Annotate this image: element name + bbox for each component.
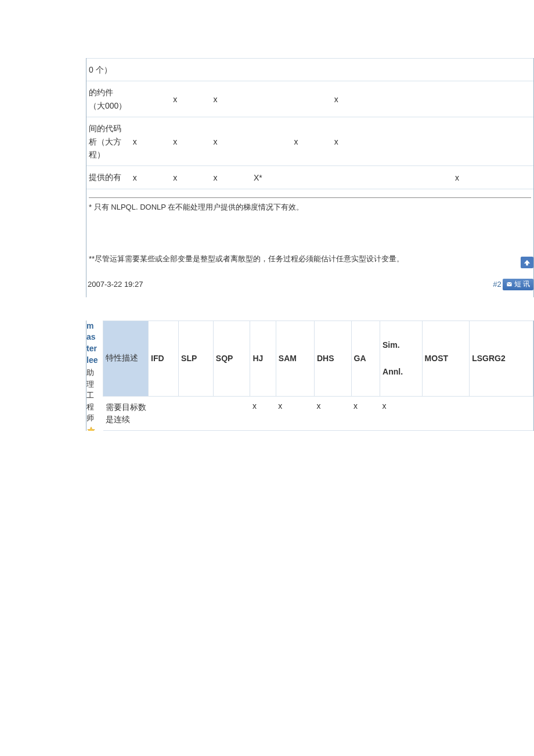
- column-header: HJ: [250, 321, 276, 396]
- post-timestamp: 2007-3-22 19:27: [88, 280, 143, 289]
- column-header: SLP: [179, 321, 214, 396]
- table-cell: [291, 81, 331, 117]
- row-label: 提供的有: [86, 166, 131, 189]
- column-header: DHS: [314, 321, 351, 396]
- table-cell: x: [314, 396, 351, 430]
- table-cell: [453, 59, 493, 81]
- table-cell: [493, 81, 533, 117]
- table-cell: [453, 117, 493, 166]
- table-cell: [213, 396, 250, 430]
- table-cell: x: [131, 117, 171, 166]
- table-cell: x: [291, 117, 331, 166]
- row-label: 的约件（大000）: [86, 81, 131, 117]
- table-cell: [493, 117, 533, 166]
- table-cell: [291, 59, 331, 81]
- table-cell: [372, 59, 412, 81]
- table-cell: [179, 396, 214, 430]
- table-cell: [332, 59, 372, 81]
- table-cell: X*: [251, 166, 291, 189]
- table-cell: x: [131, 166, 171, 189]
- table-cell: x: [332, 81, 372, 117]
- username-link[interactable]: masterlee: [86, 321, 98, 365]
- table-cell: [291, 166, 331, 189]
- table-cell: [251, 81, 291, 117]
- column-header: SQP: [213, 321, 250, 396]
- user-info-sidebar: masterlee 助理工程师: [84, 321, 98, 431]
- table-cell: x: [211, 166, 251, 189]
- star-icon: [86, 426, 96, 431]
- column-header: SAM: [276, 321, 314, 396]
- table-cell: x: [211, 117, 251, 166]
- table-cell: [372, 81, 412, 117]
- row-label: 需要目标数是连续: [103, 396, 149, 430]
- column-header: LSGRG2: [470, 321, 533, 396]
- row-label: 间的代码析（大方程）: [86, 117, 131, 166]
- table-cell: [413, 81, 453, 117]
- table-cell: [332, 166, 372, 189]
- column-header: IFD: [149, 321, 179, 396]
- post-number[interactable]: #2: [493, 280, 501, 289]
- table-cell: [372, 117, 412, 166]
- table-cell: [413, 59, 453, 81]
- table-cell: [422, 396, 470, 430]
- table-cell: [470, 396, 533, 430]
- table-cell: x: [276, 396, 314, 430]
- table-cell: [251, 117, 291, 166]
- footnote-2: **尽管运算需要某些或全部变量是整型或者离散型的，任务过程必须能估计任意实型设计…: [89, 253, 531, 265]
- column-header: MOST: [422, 321, 470, 396]
- table-cell: x: [171, 117, 211, 166]
- table-cell: [413, 166, 453, 189]
- user-title: 助理工程师: [86, 367, 98, 424]
- table-cell: [493, 166, 533, 189]
- column-header: Sim.Annl.: [380, 321, 423, 396]
- table-cell: x: [332, 117, 372, 166]
- short-message-button[interactable]: 短 讯: [503, 279, 533, 290]
- table-cell: [131, 59, 171, 81]
- row-label: 0 个）: [86, 59, 131, 81]
- table-cell: [372, 166, 412, 189]
- table-cell: [493, 59, 533, 81]
- table-cell: [413, 117, 453, 166]
- column-header: GA: [351, 321, 380, 396]
- table-cell: x: [171, 166, 211, 189]
- table-cell: [149, 396, 179, 430]
- table-cell: x: [171, 81, 211, 117]
- table-cell: [251, 59, 291, 81]
- table-cell: [171, 59, 211, 81]
- footnote-1: * 只有 NLPQL. DONLP 在不能处理用户提供的梯度情况下有效。: [89, 201, 531, 213]
- table-cell: x: [250, 396, 276, 430]
- table-cell: [131, 81, 171, 117]
- desc-column-header: 特性描述: [103, 321, 149, 396]
- table-cell: x: [380, 396, 423, 430]
- table-cell: [453, 81, 493, 117]
- table-cell: [211, 59, 251, 81]
- table-cell: x: [453, 166, 493, 189]
- table-cell: x: [211, 81, 251, 117]
- table-cell: x: [351, 396, 380, 430]
- scroll-top-button[interactable]: [521, 257, 533, 268]
